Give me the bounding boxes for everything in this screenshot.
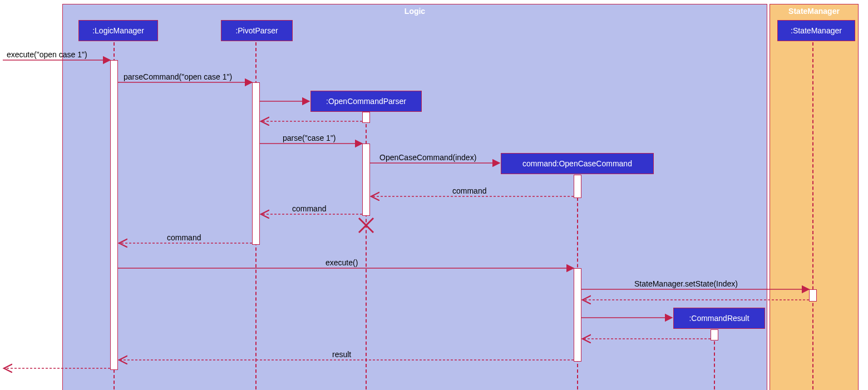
- activation-commandresult: [711, 329, 718, 340]
- participant-pivotparser: :PivotParser: [221, 20, 293, 41]
- logic-box: Logic: [62, 4, 767, 390]
- activation-opencommandparser-2: [362, 144, 370, 216]
- participant-opencasecommand: command:OpenCaseCommand: [501, 153, 654, 174]
- participant-opencasecommand-label: command:OpenCaseCommand: [522, 159, 632, 168]
- msg-execute-label: execute("open case 1"): [7, 50, 87, 59]
- msg-command2-label: command: [292, 204, 326, 213]
- msg-setstate-label: StateManager.setState(Index): [634, 279, 738, 288]
- participant-pivotparser-label: :PivotParser: [235, 26, 278, 35]
- msg-result-label: result: [332, 350, 351, 359]
- participant-statemanager: :StateManager: [777, 20, 855, 41]
- activation-opencasecommand-1: [574, 175, 581, 198]
- msg-parse-label: parse("case 1"): [283, 134, 336, 142]
- msg-parsecommand-label: parseCommand("open case 1"): [124, 72, 232, 81]
- msg-opencasecommand-label: OpenCaseCommand(index): [379, 153, 476, 162]
- participant-commandresult-label: :CommandResult: [689, 314, 749, 323]
- participant-logicmanager-label: :LogicManager: [92, 26, 144, 35]
- participant-statemanager-label: :StateManager: [791, 26, 842, 35]
- activation-statemanager: [809, 289, 817, 302]
- participant-logicmanager: :LogicManager: [78, 20, 158, 41]
- activation-opencommandparser-1: [362, 112, 370, 123]
- logic-box-title: Logic: [63, 7, 767, 16]
- activation-logicmanager: [110, 60, 118, 370]
- state-box-title: StateManager: [770, 7, 858, 16]
- msg-execute2-label: execute(): [326, 258, 358, 267]
- state-box: StateManager: [770, 4, 859, 390]
- participant-opencommandparser: :OpenCommandParser: [310, 91, 422, 112]
- participant-opencommandparser-label: :OpenCommandParser: [326, 97, 406, 106]
- activation-opencasecommand-2: [574, 268, 581, 362]
- msg-command1-label: command: [452, 186, 486, 195]
- activation-pivotparser: [252, 82, 260, 245]
- lifeline-statemanager: [812, 42, 813, 389]
- msg-command3-label: command: [167, 233, 201, 242]
- participant-commandresult: :CommandResult: [673, 308, 765, 329]
